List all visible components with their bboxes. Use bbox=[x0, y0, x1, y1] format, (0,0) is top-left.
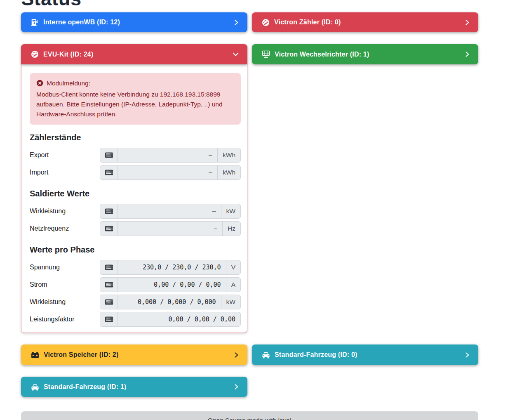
keyboard-icon bbox=[105, 225, 113, 232]
chevron-right-icon bbox=[233, 352, 239, 359]
unit-label: A bbox=[226, 277, 241, 292]
footer-text: Open Source made with love! bbox=[208, 417, 292, 420]
field-label: Spannung bbox=[30, 264, 100, 271]
chevron-right-icon bbox=[464, 352, 470, 359]
keyboard-toggle-button[interactable] bbox=[100, 148, 118, 163]
form-row-strom: Strom A bbox=[30, 277, 241, 292]
section-heading-werte-pro-phase: Werte pro Phase bbox=[30, 245, 241, 255]
evu-kit-card: EVU-Kit (ID: 24) Modulmeldung: Modbus-Cl… bbox=[21, 44, 247, 333]
form-row-import: Import kWh bbox=[30, 165, 241, 180]
wirkleistung-phase-input[interactable] bbox=[118, 295, 221, 309]
chevron-down-icon bbox=[232, 51, 239, 57]
field-label: Netzfrequenz bbox=[30, 225, 100, 232]
panel-standard-fahrzeug-0[interactable]: Standard-Fahrzeug (ID: 0) bbox=[252, 344, 478, 365]
field-label: Wirkleistung bbox=[30, 298, 100, 306]
input-group: kW bbox=[100, 295, 241, 309]
panel-label: Victron Zähler (ID: 0) bbox=[274, 19, 464, 26]
unit-label: kW bbox=[221, 295, 241, 309]
export-input[interactable] bbox=[118, 148, 218, 163]
form-row-wirkleistung-phase: Wirkleistung kW bbox=[30, 295, 241, 309]
keyboard-icon bbox=[105, 264, 113, 271]
keyboard-toggle-button[interactable] bbox=[100, 221, 118, 236]
wirkleistung-input[interactable] bbox=[118, 204, 221, 219]
panel-label: Victron Speicher (ID: 2) bbox=[44, 351, 233, 359]
keyboard-toggle-button[interactable] bbox=[100, 260, 118, 275]
form-row-export: Export kWh bbox=[30, 148, 241, 163]
charging-station-icon bbox=[31, 19, 39, 26]
alert-message: Modbus-Client konnte keine Verbindung zu… bbox=[36, 90, 234, 119]
field-label: Export bbox=[30, 151, 100, 159]
car-icon bbox=[31, 383, 39, 391]
keyboard-icon bbox=[105, 152, 113, 158]
alert-title: Modulmeldung: bbox=[47, 80, 90, 87]
keyboard-icon bbox=[105, 316, 113, 323]
field-label: Wirkleistung bbox=[30, 208, 100, 215]
panel-victron-wechselrichter[interactable]: Victron Wechselrichter (ID: 1) bbox=[252, 44, 478, 64]
gauge-icon bbox=[262, 19, 270, 26]
unit-label: V bbox=[226, 260, 241, 275]
section-heading-saldierte-werte: Saldierte Werte bbox=[30, 189, 241, 198]
circle-xmark-icon bbox=[36, 80, 43, 90]
keyboard-toggle-button[interactable] bbox=[100, 295, 118, 309]
panel-evu-kit[interactable]: EVU-Kit (ID: 24) bbox=[21, 44, 247, 64]
panel-standard-fahrzeug-1[interactable]: Standard-Fahrzeug (ID: 1) bbox=[21, 377, 247, 397]
gauge-icon bbox=[31, 50, 39, 58]
form-row-wirkleistung: Wirkleistung kW bbox=[30, 204, 241, 219]
module-error-alert: Modulmeldung: Modbus-Client konnte keine… bbox=[30, 73, 241, 125]
unit-label: kW bbox=[221, 204, 241, 219]
chevron-right-icon bbox=[464, 19, 470, 26]
panel-label: Standard-Fahrzeug (ID: 0) bbox=[275, 351, 464, 359]
input-group: V bbox=[100, 260, 241, 275]
page-title: Status bbox=[21, 0, 82, 10]
field-label: Strom bbox=[30, 281, 100, 288]
panel-label: EVU-Kit (ID: 24) bbox=[43, 51, 232, 58]
import-input[interactable] bbox=[118, 165, 218, 180]
spannung-input[interactable] bbox=[118, 260, 226, 275]
panel-victron-zaehler[interactable]: Victron Zähler (ID: 0) bbox=[252, 12, 478, 32]
strom-input[interactable] bbox=[118, 277, 226, 292]
car-battery-icon bbox=[31, 352, 39, 359]
field-label: Leistungsfaktor bbox=[30, 316, 100, 323]
keyboard-toggle-button[interactable] bbox=[100, 165, 118, 180]
keyboard-icon bbox=[105, 281, 113, 288]
form-row-spannung: Spannung V bbox=[30, 260, 241, 275]
unit-label: kWh bbox=[217, 165, 241, 180]
input-group: kWh bbox=[100, 165, 241, 180]
keyboard-icon bbox=[105, 208, 113, 215]
chevron-right-icon bbox=[233, 383, 239, 390]
unit-label: Hz bbox=[222, 221, 241, 236]
car-icon bbox=[262, 351, 270, 359]
input-group: kWh bbox=[100, 148, 241, 163]
keyboard-icon bbox=[105, 169, 113, 176]
input-group: Hz bbox=[100, 221, 241, 236]
field-label: Import bbox=[30, 169, 100, 176]
input-group: kW bbox=[100, 204, 241, 219]
netzfrequenz-input[interactable] bbox=[118, 221, 223, 236]
panel-label: Standard-Fahrzeug (ID: 1) bbox=[44, 383, 233, 391]
input-group bbox=[100, 312, 241, 327]
chevron-right-icon bbox=[464, 51, 470, 58]
section-heading-zaehlerstaende: Zählerstände bbox=[30, 133, 241, 142]
form-row-leistungsfaktor: Leistungsfaktor bbox=[30, 312, 241, 327]
chevron-right-icon bbox=[233, 19, 239, 26]
form-row-netzfrequenz: Netzfrequenz Hz bbox=[30, 221, 241, 236]
panel-interne-openwb[interactable]: Interne openWB (ID: 12) bbox=[21, 12, 247, 32]
keyboard-toggle-button[interactable] bbox=[100, 312, 118, 327]
panel-label: Victron Wechselrichter (ID: 1) bbox=[275, 51, 464, 58]
leistungsfaktor-input[interactable] bbox=[118, 312, 241, 327]
panel-label: Interne openWB (ID: 12) bbox=[43, 19, 233, 26]
panel-victron-speicher[interactable]: Victron Speicher (ID: 2) bbox=[21, 344, 247, 365]
keyboard-toggle-button[interactable] bbox=[100, 277, 118, 292]
unit-label: kWh bbox=[217, 148, 241, 163]
solar-panel-icon bbox=[262, 50, 270, 58]
keyboard-toggle-button[interactable] bbox=[100, 204, 118, 219]
evu-kit-card-body: Modulmeldung: Modbus-Client konnte keine… bbox=[21, 64, 247, 333]
footer: Open Source made with love! bbox=[21, 411, 478, 420]
input-group: A bbox=[100, 277, 241, 292]
keyboard-icon bbox=[105, 299, 113, 305]
